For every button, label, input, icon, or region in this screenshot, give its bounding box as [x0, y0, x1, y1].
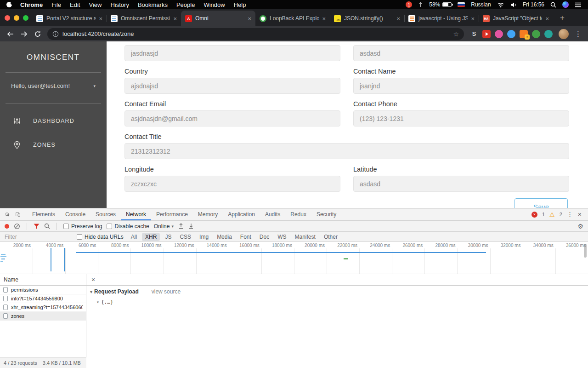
- wifi-icon[interactable]: [497, 2, 504, 8]
- tab-close-icon[interactable]: ×: [99, 15, 102, 22]
- sidebar-item-dashboard[interactable]: DASHBOARD: [0, 109, 107, 133]
- view-source-link[interactable]: view source: [152, 288, 181, 295]
- sidebar-item-zones[interactable]: ZONES: [0, 133, 107, 157]
- country-input[interactable]: [124, 78, 340, 94]
- filter-pill-other[interactable]: Other: [321, 233, 341, 241]
- error-badge-icon[interactable]: ×: [531, 212, 537, 218]
- window-close-button[interactable]: [5, 15, 10, 21]
- devtools-tab-redux[interactable]: Redux: [285, 208, 311, 220]
- latitude-input[interactable]: [353, 176, 569, 192]
- back-button[interactable]: [6, 30, 14, 38]
- disable-cache-checkbox[interactable]: Disable cache: [107, 223, 149, 230]
- tab-close-icon[interactable]: ×: [322, 15, 326, 22]
- profile-avatar[interactable]: [559, 29, 569, 39]
- devtools-tab-audits[interactable]: Audits: [260, 208, 285, 220]
- filter-pill-css[interactable]: CSS: [176, 233, 194, 241]
- payload-summary-line[interactable]: ▾{,…}: [96, 299, 588, 305]
- code-input[interactable]: [124, 45, 340, 61]
- record-button[interactable]: [5, 224, 9, 229]
- tab-close-icon[interactable]: ×: [248, 15, 251, 22]
- filter-pill-font[interactable]: Font: [237, 233, 254, 241]
- tab-close-icon[interactable]: ×: [396, 15, 400, 22]
- tab-close-icon[interactable]: ×: [471, 15, 475, 22]
- warning-icon[interactable]: ⚠: [549, 211, 555, 218]
- filter-funnel-icon[interactable]: [34, 224, 40, 229]
- browser-tab[interactable]: LoopBack API Explore×: [255, 11, 330, 26]
- requests-header[interactable]: Name: [0, 274, 86, 286]
- browser-tab[interactable]: JSJSON.stringify()×: [330, 11, 404, 26]
- save-button[interactable]: Save: [514, 198, 568, 208]
- menu-item-edit[interactable]: Edit: [70, 1, 80, 8]
- filter-pill-all[interactable]: All: [128, 233, 140, 241]
- network-overview[interactable]: 2000 ms4000 ms6000 ms8000 ms10000 ms1200…: [0, 242, 588, 274]
- devtools-tab-console[interactable]: Console: [60, 208, 90, 220]
- window-zoom-button[interactable]: [23, 15, 28, 21]
- inspect-element-icon[interactable]: [3, 211, 13, 218]
- menu-item-history[interactable]: History: [110, 1, 129, 8]
- apple-icon[interactable]: [6, 2, 12, 7]
- extension-icon[interactable]: [495, 30, 503, 38]
- bookmark-star-icon[interactable]: ☆: [453, 30, 459, 38]
- devtools-menu-icon[interactable]: ⋮: [567, 211, 573, 218]
- menu-item-file[interactable]: File: [51, 1, 61, 8]
- devtools-tab-sources[interactable]: Sources: [90, 208, 121, 220]
- clear-button[interactable]: [14, 223, 20, 230]
- extension-icon[interactable]: [532, 30, 540, 38]
- contact-name-input[interactable]: [353, 78, 569, 94]
- browser-tab[interactable]: AOmni×: [181, 11, 255, 26]
- top-right-input[interactable]: [353, 45, 569, 61]
- menu-item-people[interactable]: People: [176, 1, 195, 8]
- filter-pill-ws[interactable]: WS: [274, 233, 289, 241]
- hide-data-urls-checkbox[interactable]: Hide data URLs: [77, 234, 124, 240]
- omnibox[interactable]: localhost:4200/create/zone ☆: [47, 28, 464, 40]
- menu-item-window[interactable]: Window: [204, 1, 225, 8]
- site-info-icon[interactable]: [52, 31, 59, 37]
- extension-icon[interactable]: [544, 30, 553, 38]
- menu-item-bookmarks[interactable]: Bookmarks: [138, 1, 168, 8]
- volume-icon[interactable]: [510, 2, 517, 8]
- devtools-tab-elements[interactable]: Elements: [27, 208, 60, 220]
- devtools-tab-memory[interactable]: Memory: [193, 208, 223, 220]
- russia-flag-icon[interactable]: [458, 2, 465, 7]
- export-har-icon[interactable]: [188, 223, 194, 229]
- filter-pill-js[interactable]: JS: [162, 233, 175, 241]
- browser-tab[interactable]: javascript - Using JSC×: [404, 11, 479, 26]
- extension-icon[interactable]: [482, 30, 491, 38]
- request-row[interactable]: info?t=1574434559800: [0, 294, 86, 303]
- filter-input[interactable]: [5, 234, 73, 240]
- menu-item-help[interactable]: Help: [234, 1, 246, 8]
- window-minimize-button[interactable]: [14, 15, 19, 21]
- preserve-log-checkbox[interactable]: Preserve log: [63, 223, 102, 230]
- spotlight-search-icon[interactable]: [550, 2, 556, 8]
- menu-item-chrome[interactable]: Chrome: [20, 1, 43, 8]
- filter-pill-xhr[interactable]: XHR: [142, 233, 160, 241]
- devtools-tab-performance[interactable]: Performance: [151, 208, 193, 220]
- new-tab-button[interactable]: +: [557, 12, 568, 23]
- filter-pill-manifest[interactable]: Manifest: [292, 233, 319, 241]
- browser-tab[interactable]: HAJavaScript "Object to×: [479, 11, 553, 26]
- filter-pill-doc[interactable]: Doc: [256, 233, 272, 241]
- tab-close-icon[interactable]: ×: [173, 15, 177, 22]
- forward-button[interactable]: [20, 30, 28, 38]
- siri-icon[interactable]: [562, 1, 569, 8]
- chrome-menu-icon[interactable]: ⋮: [575, 30, 582, 38]
- menubar-clock[interactable]: Fri 16:56: [523, 1, 544, 8]
- extension-icon[interactable]: [507, 30, 515, 38]
- notification-center-icon[interactable]: [575, 2, 582, 7]
- device-toolbar-icon[interactable]: [13, 211, 23, 218]
- request-row[interactable]: permissions: [0, 286, 86, 294]
- request-payload-section[interactable]: ▾ Request Payload view source: [86, 286, 588, 298]
- contact-email-input[interactable]: [124, 110, 340, 126]
- extension-icon[interactable]: 3: [520, 30, 528, 38]
- request-row[interactable]: xhr_streaming?t=1574434560605: [0, 303, 86, 312]
- longitude-input[interactable]: [124, 176, 340, 192]
- devtools-tab-security[interactable]: Security: [311, 208, 341, 220]
- settings-gear-icon[interactable]: ⚙: [577, 223, 583, 230]
- search-icon[interactable]: [44, 223, 50, 229]
- contact-title-input[interactable]: [124, 143, 569, 159]
- filter-pill-img[interactable]: Img: [196, 233, 212, 241]
- request-row[interactable]: zones: [0, 312, 86, 321]
- throttling-select[interactable]: Online ▾: [154, 223, 174, 230]
- notification-badge[interactable]: 1: [406, 1, 412, 8]
- browser-tab[interactable]: Omniscent Permissio×: [107, 11, 181, 26]
